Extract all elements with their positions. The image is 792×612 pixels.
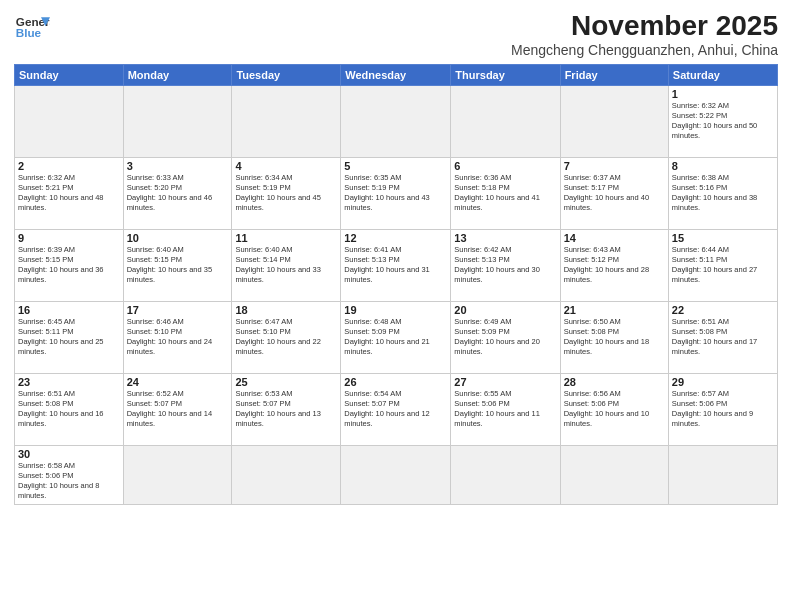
calendar-cell: 8Sunrise: 6:38 AMSunset: 5:16 PMDaylight… bbox=[668, 158, 777, 230]
day-number: 2 bbox=[18, 160, 120, 172]
day-info: Sunrise: 6:32 AMSunset: 5:22 PMDaylight:… bbox=[672, 101, 774, 142]
calendar-cell: 29Sunrise: 6:57 AMSunset: 5:06 PMDayligh… bbox=[668, 374, 777, 446]
day-number: 29 bbox=[672, 376, 774, 388]
day-number: 25 bbox=[235, 376, 337, 388]
day-number: 9 bbox=[18, 232, 120, 244]
day-info: Sunrise: 6:50 AMSunset: 5:08 PMDaylight:… bbox=[564, 317, 665, 358]
header: General Blue November 2025 Mengcheng Che… bbox=[14, 10, 778, 58]
day-info: Sunrise: 6:56 AMSunset: 5:06 PMDaylight:… bbox=[564, 389, 665, 430]
day-number: 20 bbox=[454, 304, 556, 316]
day-number: 7 bbox=[564, 160, 665, 172]
day-info: Sunrise: 6:52 AMSunset: 5:07 PMDaylight:… bbox=[127, 389, 229, 430]
day-info: Sunrise: 6:42 AMSunset: 5:13 PMDaylight:… bbox=[454, 245, 556, 286]
weekday-monday: Monday bbox=[123, 65, 232, 86]
calendar-cell: 20Sunrise: 6:49 AMSunset: 5:09 PMDayligh… bbox=[451, 302, 560, 374]
day-number: 4 bbox=[235, 160, 337, 172]
day-number: 10 bbox=[127, 232, 229, 244]
calendar-cell bbox=[668, 446, 777, 505]
calendar-cell bbox=[560, 86, 668, 158]
day-number: 24 bbox=[127, 376, 229, 388]
day-info: Sunrise: 6:53 AMSunset: 5:07 PMDaylight:… bbox=[235, 389, 337, 430]
day-number: 27 bbox=[454, 376, 556, 388]
calendar-cell bbox=[15, 86, 124, 158]
day-number: 1 bbox=[672, 88, 774, 100]
svg-text:Blue: Blue bbox=[16, 26, 42, 39]
day-info: Sunrise: 6:40 AMSunset: 5:15 PMDaylight:… bbox=[127, 245, 229, 286]
calendar-cell: 28Sunrise: 6:56 AMSunset: 5:06 PMDayligh… bbox=[560, 374, 668, 446]
month-title: November 2025 bbox=[511, 10, 778, 42]
location-title: Mengcheng Chengguanzhen, Anhui, China bbox=[511, 42, 778, 58]
day-number: 8 bbox=[672, 160, 774, 172]
calendar-body: 1Sunrise: 6:32 AMSunset: 5:22 PMDaylight… bbox=[15, 86, 778, 505]
day-info: Sunrise: 6:40 AMSunset: 5:14 PMDaylight:… bbox=[235, 245, 337, 286]
day-info: Sunrise: 6:54 AMSunset: 5:07 PMDaylight:… bbox=[344, 389, 447, 430]
calendar-cell: 25Sunrise: 6:53 AMSunset: 5:07 PMDayligh… bbox=[232, 374, 341, 446]
day-number: 28 bbox=[564, 376, 665, 388]
calendar-cell: 10Sunrise: 6:40 AMSunset: 5:15 PMDayligh… bbox=[123, 230, 232, 302]
day-number: 18 bbox=[235, 304, 337, 316]
calendar-cell: 13Sunrise: 6:42 AMSunset: 5:13 PMDayligh… bbox=[451, 230, 560, 302]
day-number: 11 bbox=[235, 232, 337, 244]
calendar-cell bbox=[451, 86, 560, 158]
calendar-cell: 27Sunrise: 6:55 AMSunset: 5:06 PMDayligh… bbox=[451, 374, 560, 446]
weekday-friday: Friday bbox=[560, 65, 668, 86]
calendar-cell bbox=[232, 86, 341, 158]
page: General Blue November 2025 Mengcheng Che… bbox=[0, 0, 792, 612]
calendar-cell: 14Sunrise: 6:43 AMSunset: 5:12 PMDayligh… bbox=[560, 230, 668, 302]
calendar-cell: 4Sunrise: 6:34 AMSunset: 5:19 PMDaylight… bbox=[232, 158, 341, 230]
day-number: 26 bbox=[344, 376, 447, 388]
calendar-cell: 18Sunrise: 6:47 AMSunset: 5:10 PMDayligh… bbox=[232, 302, 341, 374]
calendar-cell: 3Sunrise: 6:33 AMSunset: 5:20 PMDaylight… bbox=[123, 158, 232, 230]
day-number: 22 bbox=[672, 304, 774, 316]
calendar-cell: 17Sunrise: 6:46 AMSunset: 5:10 PMDayligh… bbox=[123, 302, 232, 374]
day-info: Sunrise: 6:43 AMSunset: 5:12 PMDaylight:… bbox=[564, 245, 665, 286]
calendar: SundayMondayTuesdayWednesdayThursdayFrid… bbox=[14, 64, 778, 505]
calendar-cell: 16Sunrise: 6:45 AMSunset: 5:11 PMDayligh… bbox=[15, 302, 124, 374]
calendar-cell: 30Sunrise: 6:58 AMSunset: 5:06 PMDayligh… bbox=[15, 446, 124, 505]
day-number: 30 bbox=[18, 448, 120, 460]
day-number: 6 bbox=[454, 160, 556, 172]
calendar-cell: 12Sunrise: 6:41 AMSunset: 5:13 PMDayligh… bbox=[341, 230, 451, 302]
day-info: Sunrise: 6:35 AMSunset: 5:19 PMDaylight:… bbox=[344, 173, 447, 214]
day-number: 15 bbox=[672, 232, 774, 244]
day-info: Sunrise: 6:51 AMSunset: 5:08 PMDaylight:… bbox=[18, 389, 120, 430]
day-info: Sunrise: 6:48 AMSunset: 5:09 PMDaylight:… bbox=[344, 317, 447, 358]
calendar-cell: 24Sunrise: 6:52 AMSunset: 5:07 PMDayligh… bbox=[123, 374, 232, 446]
day-number: 13 bbox=[454, 232, 556, 244]
day-number: 16 bbox=[18, 304, 120, 316]
calendar-cell: 19Sunrise: 6:48 AMSunset: 5:09 PMDayligh… bbox=[341, 302, 451, 374]
day-number: 23 bbox=[18, 376, 120, 388]
title-block: November 2025 Mengcheng Chengguanzhen, A… bbox=[511, 10, 778, 58]
day-number: 12 bbox=[344, 232, 447, 244]
day-number: 17 bbox=[127, 304, 229, 316]
day-info: Sunrise: 6:36 AMSunset: 5:18 PMDaylight:… bbox=[454, 173, 556, 214]
weekday-tuesday: Tuesday bbox=[232, 65, 341, 86]
calendar-cell bbox=[341, 86, 451, 158]
calendar-cell: 9Sunrise: 6:39 AMSunset: 5:15 PMDaylight… bbox=[15, 230, 124, 302]
logo: General Blue bbox=[14, 10, 50, 46]
day-number: 5 bbox=[344, 160, 447, 172]
weekday-saturday: Saturday bbox=[668, 65, 777, 86]
calendar-cell: 7Sunrise: 6:37 AMSunset: 5:17 PMDaylight… bbox=[560, 158, 668, 230]
day-number: 3 bbox=[127, 160, 229, 172]
day-number: 21 bbox=[564, 304, 665, 316]
day-info: Sunrise: 6:55 AMSunset: 5:06 PMDaylight:… bbox=[454, 389, 556, 430]
weekday-wednesday: Wednesday bbox=[341, 65, 451, 86]
day-info: Sunrise: 6:34 AMSunset: 5:19 PMDaylight:… bbox=[235, 173, 337, 214]
calendar-cell bbox=[123, 86, 232, 158]
calendar-cell bbox=[232, 446, 341, 505]
day-info: Sunrise: 6:49 AMSunset: 5:09 PMDaylight:… bbox=[454, 317, 556, 358]
day-number: 19 bbox=[344, 304, 447, 316]
weekday-header: SundayMondayTuesdayWednesdayThursdayFrid… bbox=[15, 65, 778, 86]
day-info: Sunrise: 6:39 AMSunset: 5:15 PMDaylight:… bbox=[18, 245, 120, 286]
day-info: Sunrise: 6:41 AMSunset: 5:13 PMDaylight:… bbox=[344, 245, 447, 286]
weekday-thursday: Thursday bbox=[451, 65, 560, 86]
calendar-cell: 15Sunrise: 6:44 AMSunset: 5:11 PMDayligh… bbox=[668, 230, 777, 302]
day-info: Sunrise: 6:45 AMSunset: 5:11 PMDaylight:… bbox=[18, 317, 120, 358]
day-info: Sunrise: 6:51 AMSunset: 5:08 PMDaylight:… bbox=[672, 317, 774, 358]
calendar-cell: 22Sunrise: 6:51 AMSunset: 5:08 PMDayligh… bbox=[668, 302, 777, 374]
calendar-cell: 2Sunrise: 6:32 AMSunset: 5:21 PMDaylight… bbox=[15, 158, 124, 230]
day-info: Sunrise: 6:38 AMSunset: 5:16 PMDaylight:… bbox=[672, 173, 774, 214]
day-info: Sunrise: 6:46 AMSunset: 5:10 PMDaylight:… bbox=[127, 317, 229, 358]
calendar-cell: 6Sunrise: 6:36 AMSunset: 5:18 PMDaylight… bbox=[451, 158, 560, 230]
